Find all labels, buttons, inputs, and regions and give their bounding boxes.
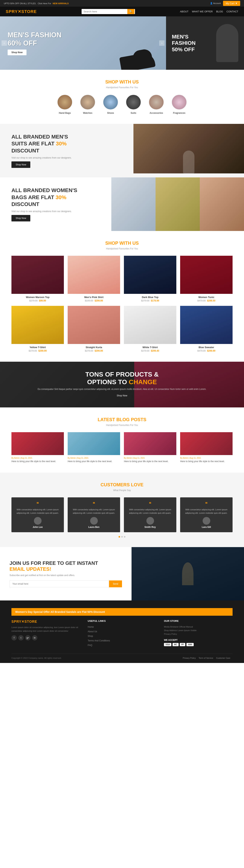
- social-facebook[interactable]: f: [11, 635, 17, 641]
- email-form: Send: [9, 581, 122, 587]
- product-img-6: [124, 306, 176, 344]
- payment-amx: AMX: [186, 643, 194, 646]
- nav-what-we-offer[interactable]: WHAT WE OFFER: [192, 10, 213, 13]
- new-arrivals-link[interactable]: NEW ARRIVALS: [53, 2, 69, 5]
- testimonial-text-0: With consectetur adipiscing elit. Lorem …: [15, 508, 60, 515]
- handbags-label: Hand Bags: [59, 112, 71, 114]
- section-title-1: SHOP WITH US: [11, 79, 233, 85]
- bags-banner-desc: Visit our shop to see amazing creations …: [11, 210, 100, 213]
- category-handbags[interactable]: Hand Bags: [57, 95, 72, 114]
- blog-card-3[interactable]: By Admin | Aug 11, 2021 Here to bring yo…: [180, 432, 233, 463]
- footer-bottom-links: Privacy Policy Term of Service Customer …: [183, 657, 233, 659]
- product-price-1: $199.00 $299.99: [68, 299, 120, 302]
- hero-next-arrow[interactable]: ›: [159, 40, 164, 46]
- our-store-title: OUR STORE: [164, 620, 233, 622]
- footer-useful-links: USEFUL LINKS Home About Us Shop Terms An…: [88, 620, 156, 648]
- product-card-2[interactable]: Dark Blue Top $279.00 $178.99: [124, 256, 176, 302]
- payment-pp: PP: [180, 643, 185, 646]
- terms-link[interactable]: Term of Service: [199, 657, 213, 659]
- blog-title-3: Here to bring your life style to the nex…: [180, 460, 233, 463]
- dot-1[interactable]: [119, 536, 120, 537]
- promo-banner-content: TONS OF PRODUCTS & OPTIONS TO CHANGE Ea …: [30, 363, 214, 407]
- logo: SPRY✕STORE: [6, 9, 37, 14]
- blog-card-2[interactable]: By Admin | Aug 11, 2021 Here to bring yo…: [124, 432, 176, 463]
- product-card-3[interactable]: Women Tunic $479.00 $298.50: [180, 256, 233, 302]
- blog-card-0[interactable]: By Admin | Aug 11, 2021 Here to bring yo…: [11, 432, 64, 463]
- hero-side-title: MEN'S FASHION 50% OFF: [172, 34, 212, 53]
- testimonial-name-3: Lara Gill: [184, 526, 229, 528]
- product-card-5[interactable]: Straight Kurta $279.00 $299.99: [68, 306, 120, 352]
- fragrances-circle: [172, 95, 187, 110]
- category-watches[interactable]: Watches: [80, 95, 95, 114]
- product-img-7: [180, 306, 233, 344]
- blog-card-1[interactable]: By Admin | Aug 11, 2021 Here to bring yo…: [68, 432, 120, 463]
- bags-shop-now-btn[interactable]: Shop Now: [11, 215, 30, 221]
- click-here-text: Click Here For: [38, 2, 51, 5]
- nav-blog[interactable]: BLOG: [216, 10, 223, 13]
- category-suits[interactable]: Suits: [126, 95, 141, 114]
- bags-banner-title: ALL BRANDED WOMEN'S BAGS ARE FLAT 30% DI…: [11, 187, 100, 208]
- testimonial-text-1: With consectetur adipiscing elit. Lorem …: [71, 508, 116, 515]
- category-accessories[interactable]: Accessories: [149, 95, 164, 114]
- logo-spry: SPRY: [6, 9, 18, 14]
- nav-contact[interactable]: CONTACT: [226, 10, 238, 13]
- useful-links-title: USEFUL LINKS: [88, 620, 156, 622]
- promo-shop-now-btn[interactable]: Shop Now: [113, 392, 131, 399]
- hero-shop-now-btn[interactable]: Shop Now: [8, 50, 27, 55]
- useful-links-list: Home About Us Shop Terms And Conditions …: [88, 625, 156, 647]
- category-circles: Hand Bags Watches Shoes Suits Accessorie…: [11, 95, 233, 114]
- testimonials-subtitle: What People Say: [11, 489, 233, 492]
- nav-about[interactable]: ABOUT: [180, 10, 188, 13]
- dot-2[interactable]: [121, 536, 123, 537]
- bag-image-3: [200, 178, 244, 231]
- customer-care-link[interactable]: Customer Care: [216, 657, 230, 659]
- payment-visa: VISA: [164, 643, 171, 646]
- social-linkedin[interactable]: in: [32, 635, 37, 641]
- bag-image-2: [156, 178, 200, 231]
- main-nav: ABOUT WHAT WE OFFER BLOG CONTACT: [180, 10, 238, 13]
- product-card-7[interactable]: Blue Sweater $479.00 $299.99: [180, 306, 233, 352]
- promo-title: TONS OF PRODUCTS & OPTIONS TO CHANGE: [37, 370, 206, 386]
- category-shoes[interactable]: Shoes: [103, 95, 118, 114]
- social-google[interactable]: g+: [25, 635, 30, 641]
- shop-subtitle-1: Handpicked Favourites For You: [11, 86, 233, 89]
- search-input[interactable]: [82, 9, 127, 14]
- product-price-2: $279.00 $178.99: [124, 299, 176, 302]
- useful-link-faq[interactable]: FAQ: [88, 643, 156, 647]
- email-send-btn[interactable]: Send: [109, 581, 122, 587]
- blog-img-0: [11, 432, 64, 455]
- logo-store: STORE: [21, 9, 37, 14]
- shop-title-1: SHOP WITH US: [11, 79, 233, 85]
- blog-title-2: Here to bring your life style to the nex…: [124, 460, 176, 463]
- product-card-0[interactable]: Women Maroon Top $279.00 $99.99: [11, 256, 64, 302]
- product-card-1[interactable]: Men's Pink Shirt $199.00 $299.99: [68, 256, 120, 302]
- product-card-4[interactable]: Yellow T-Shirt $279.00 $299.99: [11, 306, 64, 352]
- useful-link-about[interactable]: About Us: [88, 630, 156, 633]
- logo-x: ✕: [18, 9, 21, 14]
- our-store-item-1: Shop Address Lorem Ipsum Visible: [164, 629, 233, 632]
- promo-banner: TONS OF PRODUCTS & OPTIONS TO CHANGE Ea …: [0, 362, 244, 407]
- hero-side-figure: [216, 24, 238, 62]
- useful-link-terms[interactable]: Terms And Conditions: [88, 639, 156, 642]
- search-button[interactable]: 🔍: [127, 9, 134, 14]
- dot-3[interactable]: [124, 536, 125, 537]
- suits-banner: ALL BRANDED MEN'S SUITS ARE FLAT 30% DIS…: [0, 124, 244, 178]
- top-bar-right: 👤 Account My Cart ▼: [210, 1, 240, 6]
- useful-link-shop[interactable]: Shop: [88, 634, 156, 638]
- privacy-policy-link[interactable]: Privacy Policy: [183, 657, 196, 659]
- product-name-4: Yellow T-Shirt: [11, 346, 64, 349]
- product-card-6[interactable]: White T-Shirt $279.00 $299.40: [124, 306, 176, 352]
- email-input[interactable]: [9, 581, 109, 587]
- hero-main: ‹ MEN'S FASHION 60% OFF Shop Now ›: [0, 17, 166, 70]
- category-fragrances[interactable]: Fragrances: [172, 95, 187, 114]
- useful-link-home[interactable]: Home: [88, 625, 156, 628]
- social-twitter[interactable]: t: [18, 635, 24, 641]
- account-link[interactable]: 👤 Account: [210, 2, 221, 5]
- blog-title: LATEST BLOG POSTS: [11, 417, 233, 422]
- footer-brand-desc: Lorem ipsum dolor sit consectetur adipis…: [11, 626, 80, 633]
- cart-button[interactable]: My Cart ▼: [223, 1, 240, 6]
- product-img-3: [180, 256, 233, 294]
- suits-shop-now-btn[interactable]: Shop Now: [11, 161, 30, 168]
- footer-our-store: OUR STORE Media Brisbane Official Manual…: [164, 620, 233, 648]
- product-name-6: White T-Shirt: [124, 346, 176, 349]
